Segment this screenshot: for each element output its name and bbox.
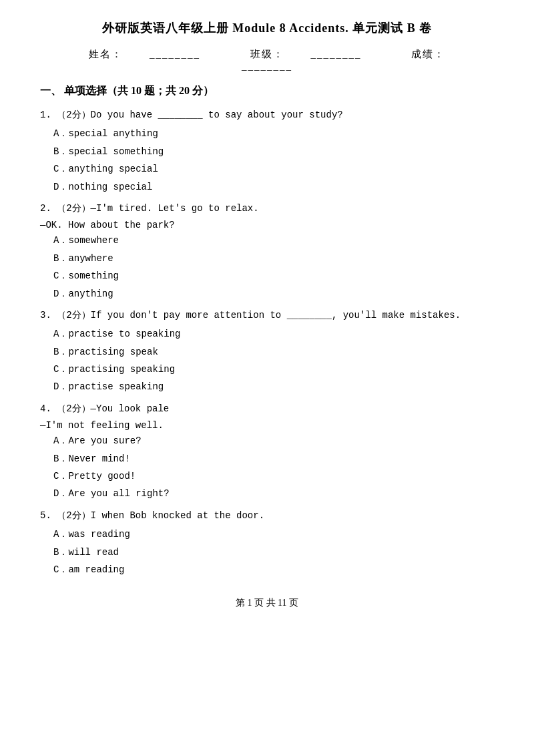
question-2: 2. （2分）—I'm tired. Let's go to relax. —O… [40,201,494,301]
score-label: 成绩： [411,49,445,59]
question-1-option-a: A．special anything [53,126,494,141]
question-1-option-b: B．special something [53,144,494,159]
question-3-option-b: B．practising speak [53,345,494,359]
question-5-option-a: A．was reading [53,527,494,542]
question-4-option-c: C．Pretty good! [53,469,494,484]
name-label: 姓名： [89,49,123,59]
page-footer: 第 1 页 共 11 页 [40,597,494,609]
question-1-stem: 1. （2分）Do you have ________ to say about… [40,108,494,122]
class-label: 班级： [250,49,284,59]
question-4-option-a: A．Are you sure? [53,433,494,448]
question-2-option-c: C．something [53,268,494,283]
name-blank: ________ [150,49,200,59]
question-5-stem: 5. （2分）I when Bob knocked at the door. [40,508,494,523]
score-blank: ________ [242,61,292,71]
question-2-option-b: B．anywhere [53,251,494,266]
question-3-option-a: A．practise to speaking [53,327,494,341]
question-4: 4. （2分）—You look pale —I'm not feeling w… [40,401,494,502]
question-4-dialog: —I'm not feeling well. [40,420,494,431]
question-4-option-b: B．Never mind! [53,451,494,466]
question-3-stem: 3. （2分）If you don't pay more attention t… [40,308,494,323]
question-2-option-d: D．anything [53,287,494,301]
question-5-option-c: C．am reading [53,562,494,577]
question-1-option-d: D．nothing special [53,180,494,194]
question-1: 1. （2分）Do you have ________ to say about… [40,108,494,194]
question-3: 3. （2分）If you don't pay more attention t… [40,308,494,395]
question-1-option-c: C．anything special [53,162,494,176]
question-4-stem: 4. （2分）—You look pale [40,401,494,416]
question-5: 5. （2分）I when Bob knocked at the door. A… [40,508,494,578]
question-2-stem: 2. （2分）—I'm tired. Let's go to relax. [40,201,494,216]
question-2-option-a: A．somewhere [53,233,494,248]
page-title: 外研版英语八年级上册 Module 8 Accidents. 单元测试 B 卷 [40,20,494,36]
question-3-option-d: D．practise speaking [53,379,494,394]
question-4-option-d: D．Are you all right? [53,486,494,501]
question-2-dialog: —OK. How about the park? [40,220,494,230]
question-3-option-c: C．practising speaking [53,362,494,377]
class-blank: ________ [311,49,362,59]
section1-header: 一、 单项选择（共 10 题；共 20 分） [40,84,494,98]
question-5-option-b: B．will read [53,545,494,560]
info-row: 姓名：________ 班级：________ 成绩：________ [40,48,494,72]
